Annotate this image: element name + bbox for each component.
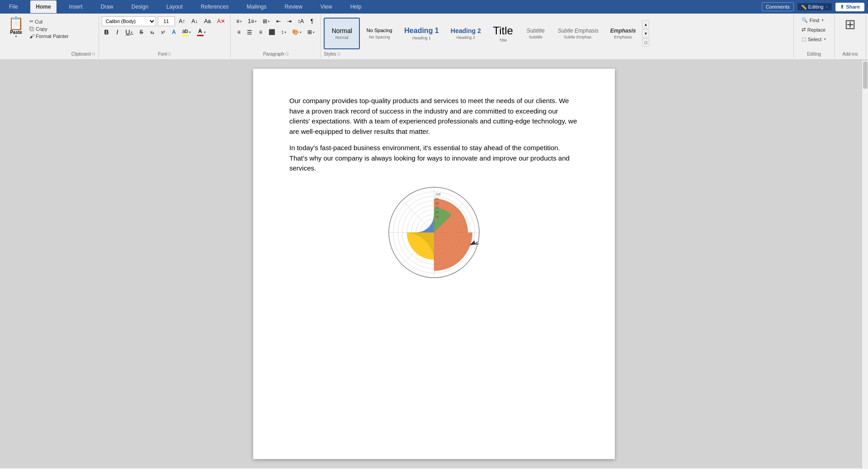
clear-formatting-button[interactable]: A✕	[215, 16, 227, 26]
align-right-button[interactable]: ≡	[255, 27, 265, 37]
tab-layout[interactable]: Layout	[161, 0, 188, 13]
style-normal-preview: Normal	[332, 27, 352, 34]
numbering-button[interactable]: 1≡▼	[245, 16, 259, 26]
comments-button[interactable]: Comments	[762, 2, 794, 11]
font-group-label-text: Font ⬡	[158, 52, 171, 57]
share-button[interactable]: ⬆ Share	[835, 3, 864, 11]
font-size-input[interactable]	[158, 16, 175, 26]
tab-draw[interactable]: Draw	[95, 0, 119, 13]
bullets-button[interactable]: ≡▼	[234, 16, 245, 26]
styles-expand-button[interactable]: ⬡	[642, 38, 649, 47]
style-heading1-button[interactable]: Heading 1 Heading 1	[399, 18, 444, 49]
select-icon: ⬚	[802, 36, 806, 42]
format-painter-button[interactable]: 🖌 Format Painter	[28, 33, 70, 39]
select-button[interactable]: ⬚ Select ▼	[799, 35, 830, 43]
select-dropdown-arrow[interactable]: ▼	[823, 38, 826, 41]
editing-badge: ✏️ Editing ▼	[797, 3, 832, 10]
style-no-spacing-button[interactable]: No Spacing No Spacing	[361, 18, 398, 49]
editing-label: Editing	[808, 4, 824, 9]
sort-button[interactable]: ↕A	[295, 16, 306, 26]
scrollbar-thumb[interactable]	[863, 62, 868, 89]
style-heading2-button[interactable]: Heading 2 Heading 2	[445, 18, 486, 49]
increase-indent-button[interactable]: ⇥	[284, 16, 294, 26]
chart-label-80: 80	[435, 202, 439, 205]
font-name-select[interactable]: Calibri (Body)	[102, 16, 156, 26]
align-center-button[interactable]: ☰	[245, 27, 255, 37]
share-label: Share	[846, 4, 860, 9]
font-color-button[interactable]: A ▼	[195, 27, 209, 37]
subscript-button[interactable]: x₂	[147, 27, 157, 37]
ribbon: 📋 Paste ▼ ✂ Cut ⿻ Copy 🖌 Format Painter …	[0, 14, 868, 60]
tab-help[interactable]: Help	[345, 0, 367, 13]
clipboard-group: 📋 Paste ▼ ✂ Cut ⿻ Copy 🖌 Format Painter …	[2, 14, 99, 58]
change-case-button[interactable]: Aa	[202, 16, 213, 26]
font-expand-icon[interactable]: ⬡	[168, 52, 171, 56]
find-dropdown-arrow[interactable]: ▼	[821, 19, 824, 22]
addins-icon[interactable]: ⊞	[844, 16, 856, 32]
replace-icon: ⇄	[802, 27, 806, 33]
style-subtle-button[interactable]: Subtle Emphasis Subtle Emphas.	[552, 18, 604, 49]
borders-button[interactable]: ⊞▼	[305, 27, 317, 37]
paragraph-expand-icon[interactable]: ⬡	[285, 52, 288, 56]
tab-home[interactable]: Home	[30, 0, 56, 13]
style-subtitle-button[interactable]: Subtitle Subtitle	[520, 18, 552, 49]
align-left-button[interactable]: ≡	[234, 27, 244, 37]
clipboard-group-label: Clipboard	[71, 52, 91, 57]
radar-chart[interactable]: 100 90 80 70 60 50	[384, 183, 484, 282]
font-group: Calibri (Body) A↑ A↓ Aa A✕ B I U▼ S x₂ x…	[99, 14, 231, 58]
styles-scroll-up-button[interactable]: ▲	[642, 20, 649, 28]
cut-button[interactable]: ✂ Cut	[28, 18, 70, 25]
decrease-indent-button[interactable]: ⇤	[274, 16, 283, 26]
paste-button[interactable]: 📋 Paste ▼	[5, 16, 27, 39]
tab-mailings[interactable]: Mailings	[241, 0, 272, 13]
font-size-decrease-button[interactable]: A↓	[189, 16, 200, 26]
find-label: Find	[810, 18, 819, 23]
styles-scroll-down-button[interactable]: ▼	[642, 29, 649, 38]
style-subtle-label: Subtle Emphas.	[564, 35, 593, 39]
ribbon-tabs-bar: File Home Insert Draw Design Layout Refe…	[4, 0, 367, 13]
style-emphasis-button[interactable]: Emphasis Emphasis	[605, 18, 642, 49]
select-label: Select	[808, 37, 822, 42]
para-row1: ≡▼ 1≡▼ ⊞▼ ⇤ ⇥ ↕A ¶	[234, 16, 317, 26]
tab-view[interactable]: View	[315, 0, 338, 13]
chart-label-50: 50	[435, 215, 439, 218]
italic-button[interactable]: I	[113, 27, 123, 37]
tab-file[interactable]: File	[4, 0, 23, 13]
paragraph-2[interactable]: In today's fast-paced business environme…	[289, 143, 579, 174]
paragraph-1[interactable]: Our company provides top-quality product…	[289, 96, 579, 137]
chart-label-60: 60	[435, 211, 439, 214]
line-spacing-button[interactable]: ↕▼	[278, 27, 289, 37]
cut-label: Cut	[35, 19, 42, 24]
underline-button[interactable]: U▼	[123, 27, 136, 37]
bold-button[interactable]: B	[102, 27, 112, 37]
style-h1-label: Heading 1	[412, 36, 431, 40]
replace-button[interactable]: ⇄ Replace	[799, 26, 830, 33]
tab-references[interactable]: References	[195, 0, 234, 13]
tab-design[interactable]: Design	[126, 0, 154, 13]
show-hide-button[interactable]: ¶	[307, 16, 317, 26]
styles-expand-icon[interactable]: ⬡	[337, 52, 340, 56]
tab-insert[interactable]: Insert	[64, 0, 88, 13]
superscript-button[interactable]: x²	[158, 27, 168, 37]
paste-dropdown[interactable]: ▼	[14, 35, 18, 38]
vertical-scrollbar	[862, 61, 868, 469]
copy-button[interactable]: ⿻ Copy	[28, 26, 70, 32]
strikethrough-button[interactable]: S	[137, 27, 146, 37]
font-size-increase-button[interactable]: A↑	[177, 16, 188, 26]
document-page: Our company provides top-quality product…	[253, 69, 615, 459]
style-title-button[interactable]: Title Title	[487, 18, 519, 49]
multilevel-list-button[interactable]: ⊞▼	[260, 16, 273, 26]
style-normal-button[interactable]: Normal Normal	[324, 18, 360, 49]
style-subtle-preview: Subtle Emphasis	[558, 28, 599, 34]
styles-list: Normal Normal No Spacing No Spacing Head…	[324, 16, 641, 51]
tab-review[interactable]: Review	[279, 0, 308, 13]
text-effects-button[interactable]: A	[169, 27, 179, 37]
clipboard-expand-icon[interactable]: ⬡	[92, 52, 95, 56]
shading-button[interactable]: 🎨▼	[290, 27, 304, 37]
highlight-button[interactable]: ab ▼	[180, 27, 194, 37]
paste-icon: 📋	[8, 17, 24, 30]
justify-button[interactable]: ⬛	[266, 27, 278, 37]
find-button[interactable]: 🔍 Find ▼	[799, 16, 830, 24]
editing-dropdown-arrow[interactable]: ▼	[825, 5, 828, 9]
addins-group-label-text: Add-ins	[843, 52, 858, 57]
